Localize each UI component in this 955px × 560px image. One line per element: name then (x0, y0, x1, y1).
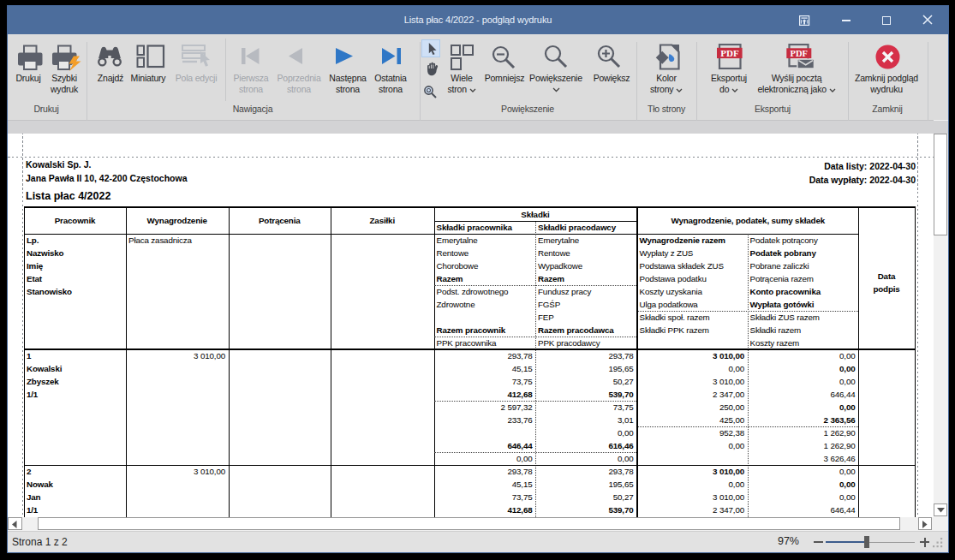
svg-text:PDF: PDF (720, 48, 739, 58)
svg-text:PDF: PDF (791, 49, 808, 58)
